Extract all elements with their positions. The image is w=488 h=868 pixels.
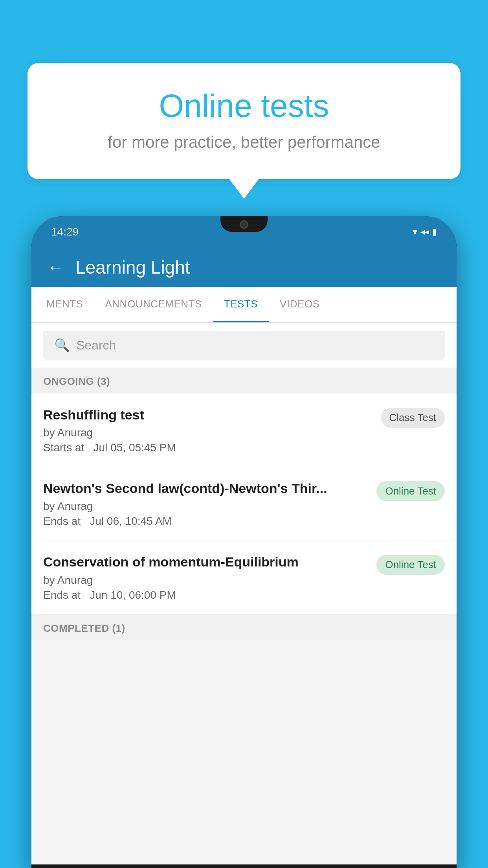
ongoing-section-header: ONGOING (3) bbox=[31, 368, 457, 394]
class-test-badge: Class Test bbox=[381, 408, 445, 428]
test-time: Ends at Jul 06, 10:45 AM bbox=[43, 515, 369, 528]
wifi-icon: ▾ bbox=[413, 226, 417, 237]
test-time: Ends at Jun 10, 06:00 PM bbox=[43, 589, 369, 601]
app-header: ← Learning Light bbox=[31, 248, 457, 287]
test-author: by Anurag bbox=[43, 500, 369, 513]
tests-list: Reshuffling test by Anurag Starts at Jul… bbox=[31, 394, 457, 614]
status-bar: 14:29 ▾ ◂◂ ▮ bbox=[31, 216, 457, 248]
search-icon: 🔍 bbox=[54, 338, 70, 353]
online-test-badge: Online Test bbox=[376, 481, 445, 501]
speech-bubble: Online tests for more practice, better p… bbox=[28, 63, 460, 179]
back-button[interactable]: ← bbox=[47, 258, 64, 277]
tab-announcements[interactable]: ANNOUNCEMENTS bbox=[94, 287, 213, 322]
phone-notch bbox=[220, 216, 268, 232]
bubble-subtitle: for more practice, better performance bbox=[47, 133, 441, 152]
completed-section-header: COMPLETED (1) bbox=[31, 614, 457, 640]
test-info: Conservation of momentum-Equilibrium by … bbox=[43, 553, 369, 601]
tab-videos[interactable]: VIDEOS bbox=[269, 287, 330, 322]
camera-icon bbox=[240, 220, 248, 229]
test-author: by Anurag bbox=[43, 427, 373, 439]
app-title: Learning Light bbox=[75, 257, 190, 278]
test-author: by Anurag bbox=[43, 574, 369, 587]
test-item[interactable]: Newton's Second law(contd)-Newton's Thir… bbox=[31, 467, 457, 541]
search-container: 🔍 Search bbox=[31, 323, 457, 368]
test-name: Newton's Second law(contd)-Newton's Thir… bbox=[43, 480, 369, 497]
phone-frame: 14:29 ▾ ◂◂ ▮ ← Learning Light MENTS ANNO… bbox=[31, 216, 457, 868]
test-time: Starts at Jul 05, 05:45 PM bbox=[43, 441, 373, 454]
test-info: Reshuffling test by Anurag Starts at Jul… bbox=[43, 406, 373, 454]
test-name: Reshuffling test bbox=[43, 406, 373, 423]
signal-icon: ◂◂ bbox=[420, 227, 429, 237]
bubble-title: Online tests bbox=[47, 86, 441, 125]
search-input[interactable]: Search bbox=[76, 338, 116, 353]
tab-tests[interactable]: TESTS bbox=[213, 287, 269, 322]
test-item[interactable]: Reshuffling test by Anurag Starts at Jul… bbox=[31, 394, 457, 467]
test-item[interactable]: Conservation of momentum-Equilibrium by … bbox=[31, 541, 457, 614]
tabs-bar: MENTS ANNOUNCEMENTS TESTS VIDEOS bbox=[31, 287, 457, 323]
search-bar[interactable]: 🔍 Search bbox=[43, 331, 445, 360]
test-name: Conservation of momentum-Equilibrium bbox=[43, 553, 369, 570]
battery-icon: ▮ bbox=[432, 227, 437, 237]
test-info: Newton's Second law(contd)-Newton's Thir… bbox=[43, 480, 369, 528]
phone-screen: 🔍 Search ONGOING (3) Reshuffling test by… bbox=[31, 323, 457, 864]
tab-ments[interactable]: MENTS bbox=[35, 287, 94, 322]
online-test-badge: Online Test bbox=[376, 555, 445, 575]
status-time: 14:29 bbox=[51, 226, 79, 238]
status-icons: ▾ ◂◂ ▮ bbox=[413, 226, 437, 237]
